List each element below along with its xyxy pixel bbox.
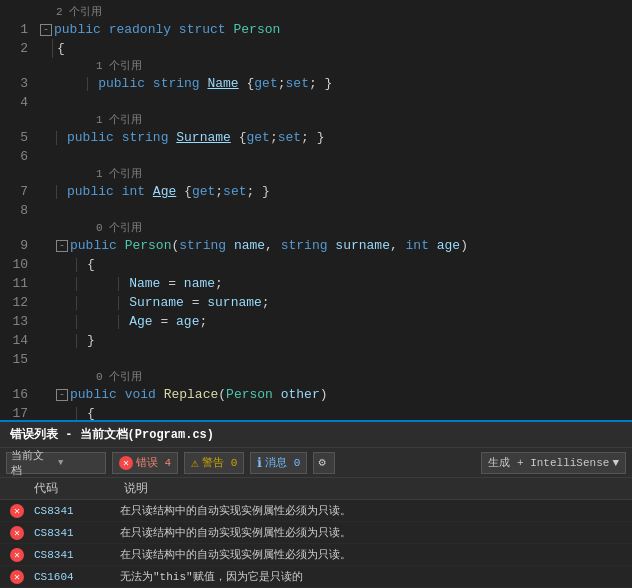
line-num-15: 15 — [4, 350, 28, 369]
line-num-16: 16 — [4, 385, 28, 404]
line-num-14: 14 — [4, 331, 28, 350]
ref-hint-replace: 0 个引用 — [36, 369, 632, 385]
line-num-7: 7 — [4, 182, 28, 201]
error-code-1: CS8341 — [30, 505, 120, 517]
app-container: 1 2 3 4 5 6 7 8 9 10 11 12 13 14 15 16 1… — [0, 0, 632, 588]
code-line-8 — [36, 201, 632, 220]
line-num-1: 1 — [4, 20, 28, 39]
line-num-12: 12 — [4, 293, 28, 312]
build-label: 生成 + IntelliSense — [488, 455, 609, 470]
warning-count-btn[interactable]: ⚠ 警告 0 — [184, 452, 244, 474]
ref-hint-surname: 1 个引用 — [36, 112, 632, 128]
line-num-3: 3 — [4, 74, 28, 93]
error-row-3[interactable]: ✕ CS8341 在只读结构中的自动实现实例属性必须为只读。 — [0, 544, 632, 566]
error-code-4: CS1604 — [30, 571, 120, 583]
code-line-15 — [36, 350, 632, 369]
intellisense-btn[interactable]: 生成 + IntelliSense ▼ — [481, 452, 626, 474]
code-line-10: { — [36, 255, 632, 274]
error-rows: ✕ CS8341 在只读结构中的自动实现实例属性必须为只读。 ✕ CS8341 … — [0, 500, 632, 588]
message-count-label: 消息 0 — [265, 455, 300, 470]
ref-hint-top: 2 个引用 — [36, 4, 632, 20]
info-circle-icon: ℹ — [257, 455, 262, 471]
error-count-label: 错误 4 — [136, 455, 171, 470]
code-line-3: public string Name { get ; set ; } — [36, 74, 632, 93]
error-circle-icon: ✕ — [119, 456, 133, 470]
code-line-16: - public void Replace ( Person other ) — [36, 385, 632, 404]
line-numbers: 1 2 3 4 5 6 7 8 9 10 11 12 13 14 15 16 1… — [0, 0, 36, 420]
code-line-17: { — [36, 404, 632, 420]
line-num-11: 11 — [4, 274, 28, 293]
code-line-13: Age = age ; — [36, 312, 632, 331]
collapse-btn-1[interactable]: - — [40, 24, 52, 36]
code-line-2: { — [36, 39, 632, 58]
error-code-3: CS8341 — [30, 549, 120, 561]
code-line-14: } — [36, 331, 632, 350]
filter-icon[interactable]: ⚙ — [313, 452, 335, 474]
editor-area: 1 2 3 4 5 6 7 8 9 10 11 12 13 14 15 16 1… — [0, 0, 632, 420]
error-msg-1: 在只读结构中的自动实现实例属性必须为只读。 — [120, 503, 628, 518]
dropdown-arrow2-icon: ▼ — [612, 457, 619, 469]
code-line-5: public string Surname { get ; set ; } — [36, 128, 632, 147]
collapse-btn-9[interactable]: - — [56, 240, 68, 252]
error-code-2: CS8341 — [30, 527, 120, 539]
line-num-13: 13 — [4, 312, 28, 331]
error-toolbar: 当前文档 ▼ ✕ 错误 4 ⚠ 警告 0 ℹ 消息 0 ⚙ — [0, 448, 632, 478]
error-row-2[interactable]: ✕ CS8341 在只读结构中的自动实现实例属性必须为只读。 — [0, 522, 632, 544]
error-icon-1: ✕ — [4, 504, 30, 518]
code-line-1: - public readonly struct Person — [36, 20, 632, 39]
code-line-7: public int Age { get ; set ; } — [36, 182, 632, 201]
line-num-5: 5 — [4, 128, 28, 147]
line-num-9: 9 — [4, 236, 28, 255]
error-msg-2: 在只读结构中的自动实现实例属性必须为只读。 — [120, 525, 628, 540]
error-row-4[interactable]: ✕ CS1604 无法为"this"赋值，因为它是只读的 — [0, 566, 632, 588]
line-num-6: 6 — [4, 147, 28, 166]
code-line-9: - public Person ( string name , string s… — [36, 236, 632, 255]
error-table-header: 代码 说明 — [0, 478, 632, 500]
code-line-12: Surname = surname ; — [36, 293, 632, 312]
line-num-10: 10 — [4, 255, 28, 274]
error-msg-4: 无法为"this"赋值，因为它是只读的 — [120, 569, 628, 584]
error-icon-4: ✕ — [4, 570, 30, 584]
ref-hint-name: 1 个引用 — [36, 58, 632, 74]
code-content[interactable]: 2 个引用 - public readonly struct Person { … — [36, 0, 632, 420]
collapse-btn-16[interactable]: - — [56, 389, 68, 401]
filter-dropdown[interactable]: 当前文档 ▼ — [6, 452, 106, 474]
error-panel-title: 错误列表 - 当前文档(Program.cs) — [10, 426, 214, 443]
ref-hint-ctor: 0 个引用 — [36, 220, 632, 236]
message-count-btn[interactable]: ℹ 消息 0 — [250, 452, 307, 474]
code-line-11: Name = name ; — [36, 274, 632, 293]
warning-count-label: 警告 0 — [202, 455, 237, 470]
code-line-6 — [36, 147, 632, 166]
col-desc: 说明 — [120, 478, 628, 499]
error-icon-2: ✕ — [4, 526, 30, 540]
error-msg-3: 在只读结构中的自动实现实例属性必须为只读。 — [120, 547, 628, 562]
line-num-8: 8 — [4, 201, 28, 220]
error-count-btn[interactable]: ✕ 错误 4 — [112, 452, 178, 474]
error-icon-3: ✕ — [4, 548, 30, 562]
filter-label: 当前文档 — [11, 448, 54, 478]
warning-triangle-icon: ⚠ — [191, 455, 199, 471]
error-row-1[interactable]: ✕ CS8341 在只读结构中的自动实现实例属性必须为只读。 — [0, 500, 632, 522]
col-code: 代码 — [30, 478, 120, 499]
error-panel: 错误列表 - 当前文档(Program.cs) 当前文档 ▼ ✕ 错误 4 ⚠ … — [0, 420, 632, 588]
error-panel-header: 错误列表 - 当前文档(Program.cs) — [0, 422, 632, 448]
dropdown-arrow-icon: ▼ — [58, 458, 101, 468]
line-num-2: 2 — [4, 39, 28, 58]
line-num-4: 4 — [4, 93, 28, 112]
line-num-17: 17 — [4, 404, 28, 420]
ref-hint-age: 1 个引用 — [36, 166, 632, 182]
code-line-4 — [36, 93, 632, 112]
